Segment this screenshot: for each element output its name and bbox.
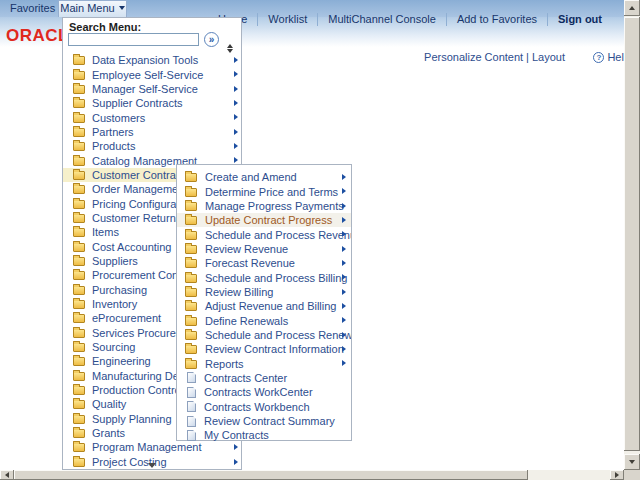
document-icon	[187, 430, 196, 441]
menu-item-forecast-revenue[interactable]: Forecast Revenue	[177, 256, 351, 270]
folder-icon	[73, 200, 85, 209]
submenu-arrow-icon	[234, 57, 238, 63]
scroll-up-button[interactable]	[624, 0, 640, 16]
folder-icon	[73, 271, 85, 280]
submenu-arrow-icon	[342, 332, 346, 338]
personalize-link-layout[interactable]: Layout	[532, 51, 565, 63]
arrow-up-icon	[629, 6, 635, 10]
folder-icon	[185, 274, 197, 283]
menu-item-label: Purchasing	[92, 284, 147, 296]
menu-item-create-and-amend[interactable]: Create and Amend	[177, 170, 351, 184]
scroll-right-button[interactable]	[610, 470, 624, 480]
menu-item-label: Review Contract Information	[205, 343, 344, 355]
scroll-down-indicator-icon[interactable]	[148, 463, 156, 468]
folder-icon	[73, 415, 85, 424]
menu-item-label: Suppliers	[92, 255, 138, 267]
folder-icon	[73, 257, 85, 266]
arrow-right-icon	[615, 472, 619, 478]
menu-item-label: Cost Accounting	[92, 241, 172, 253]
menu-item-supplier-contracts[interactable]: Supplier Contracts	[63, 96, 241, 110]
menu-item-products[interactable]: Products	[63, 139, 241, 153]
folder-icon	[73, 386, 85, 395]
folder-icon	[73, 185, 85, 194]
submenu-arrow-icon	[342, 346, 346, 352]
menu-item-manage-progress-payments[interactable]: Manage Progress Payments	[177, 199, 351, 213]
menu-item-schedule-and-process-revenue[interactable]: Schedule and Process Revenue	[177, 227, 351, 241]
menu-item-customers[interactable]: Customers	[63, 110, 241, 124]
submenu-arrow-icon	[342, 289, 346, 295]
submenu-arrow-icon	[342, 217, 346, 223]
menu-item-reports[interactable]: Reports	[177, 356, 351, 370]
menu-item-review-contract-summary[interactable]: Review Contract Summary	[177, 414, 351, 428]
menu-item-partners[interactable]: Partners	[63, 125, 241, 139]
menu-item-contracts-workbench[interactable]: Contracts Workbench	[177, 400, 351, 414]
folder-icon	[73, 400, 85, 409]
menu-resize-handle-icon[interactable]	[226, 44, 233, 53]
menu-item-review-revenue[interactable]: Review Revenue	[177, 242, 351, 256]
folder-icon	[73, 372, 85, 381]
document-icon	[187, 387, 196, 398]
menu-item-label: Schedule and Process Revenue	[205, 229, 351, 241]
submenu-arrow-icon	[234, 444, 238, 450]
vertical-scrollbar-thumb[interactable]	[624, 17, 640, 451]
personalize-links: Personalize Content|Layout	[424, 51, 565, 63]
favorites-label: Favorites	[10, 2, 55, 14]
vertical-scrollbar[interactable]	[624, 0, 640, 470]
folder-icon	[185, 216, 197, 225]
menu-item-label: Review Billing	[205, 286, 273, 298]
menu-item-label: Review Contract Summary	[204, 415, 335, 427]
horizontal-scrollbar[interactable]	[0, 470, 624, 480]
menu-item-schedule-and-process-billing[interactable]: Schedule and Process Billing	[177, 270, 351, 284]
menu-item-review-contract-information[interactable]: Review Contract Information	[177, 342, 351, 356]
menu-item-label: Determine Price and Terms	[205, 186, 338, 198]
nav-link-sign-out[interactable]: Sign out	[547, 13, 612, 26]
submenu-arrow-icon	[342, 303, 346, 309]
folder-icon	[73, 128, 85, 137]
search-input[interactable]	[68, 33, 199, 46]
scroll-down-button[interactable]	[624, 454, 640, 470]
menu-item-label: Create and Amend	[205, 171, 297, 183]
menu-item-label: Reports	[205, 358, 244, 370]
folder-icon	[73, 71, 85, 80]
scroll-left-button[interactable]	[0, 470, 14, 480]
folder-icon	[185, 188, 197, 197]
personalize-link-personalize-content[interactable]: Personalize Content	[424, 51, 523, 63]
menu-item-schedule-and-process-renewals[interactable]: Schedule and Process Renewals	[177, 328, 351, 342]
folder-icon	[185, 202, 197, 211]
arrow-down-icon	[629, 460, 635, 464]
menu-item-define-renewals[interactable]: Define Renewals	[177, 313, 351, 327]
menu-item-contracts-center[interactable]: Contracts Center	[177, 371, 351, 385]
folder-icon	[73, 343, 85, 352]
submenu-arrow-icon	[342, 188, 346, 194]
menu-item-data-expansion-tools[interactable]: Data Expansion Tools	[63, 53, 241, 67]
folder-icon	[185, 302, 197, 311]
nav-link-worklist[interactable]: Worklist	[257, 13, 317, 26]
search-menu-label: Search Menu:	[69, 21, 141, 33]
menu-item-employee-self-service[interactable]: Employee Self-Service	[63, 67, 241, 81]
search-go-button[interactable]: »	[204, 32, 219, 47]
menu-item-label: Define Renewals	[205, 315, 288, 327]
customer-contracts-submenu: Create and AmendDetermine Price and Term…	[176, 164, 352, 441]
menu-item-adjust-revenue-and-billing[interactable]: Adjust Revenue and Billing	[177, 299, 351, 313]
horizontal-scrollbar-thumb[interactable]	[14, 470, 528, 480]
nav-link-add-to-favorites[interactable]: Add to Favorites	[446, 13, 547, 26]
folder-icon	[73, 142, 85, 151]
menu-item-label: Manage Progress Payments	[205, 200, 344, 212]
nav-link-multichannel-console[interactable]: MultiChannel Console	[317, 13, 446, 26]
chevron-down-icon	[119, 6, 125, 10]
menu-item-contracts-workcenter[interactable]: Contracts WorkCenter	[177, 385, 351, 399]
menu-item-review-billing[interactable]: Review Billing	[177, 285, 351, 299]
folder-icon	[73, 99, 85, 108]
submenu-arrow-icon	[342, 174, 346, 180]
folder-icon	[73, 214, 85, 223]
folder-icon	[73, 56, 85, 65]
menu-item-my-contracts[interactable]: My Contracts	[177, 428, 351, 442]
folder-icon	[73, 429, 85, 438]
menu-item-determine-price-and-terms[interactable]: Determine Price and Terms	[177, 184, 351, 198]
menu-item-label: Grants	[92, 427, 125, 439]
submenu-arrow-icon	[234, 86, 238, 92]
main-menu-button[interactable]: Main Menu	[58, 0, 127, 17]
menu-item-update-contract-progress[interactable]: Update Contract Progress	[177, 213, 351, 227]
menu-item-manager-self-service[interactable]: Manager Self-Service	[63, 82, 241, 96]
submenu-arrow-icon	[234, 157, 238, 163]
